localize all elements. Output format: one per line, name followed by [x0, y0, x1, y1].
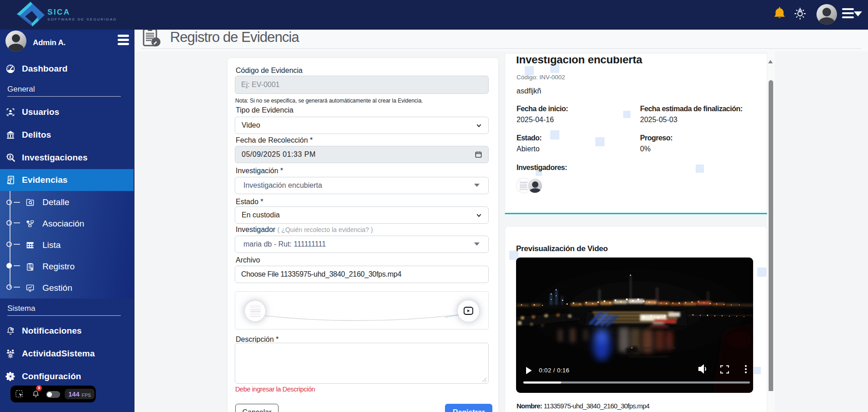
svg-text:0:02 / 0:16: 0:02 / 0:16: [539, 367, 569, 374]
